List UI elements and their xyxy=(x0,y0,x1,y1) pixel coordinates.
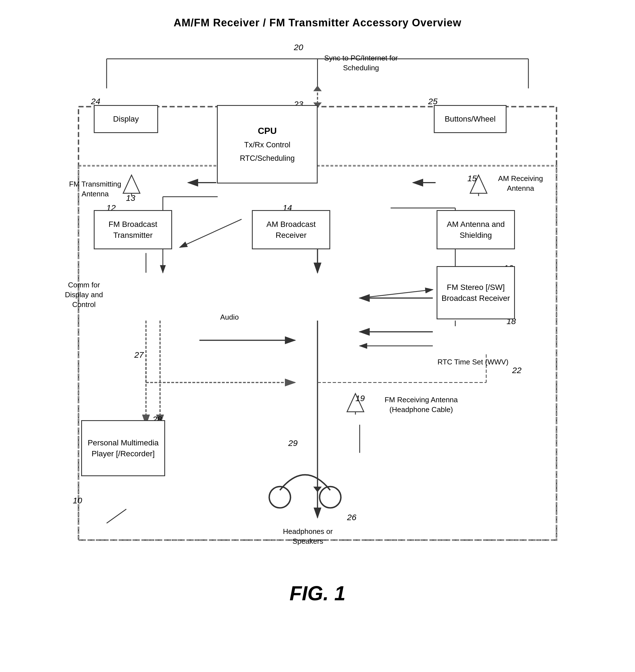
sync-to-pc-label: Sync to PC/Internet for Scheduling xyxy=(319,53,403,73)
svg-marker-10 xyxy=(313,85,322,91)
rtc-time-set-label: RTC Time Set (WWV) xyxy=(431,357,515,367)
svg-line-38 xyxy=(359,290,433,298)
am-antenna-shielding-box: AM Antenna and Shielding xyxy=(437,210,515,249)
ref-29: 29 xyxy=(288,438,298,448)
svg-marker-39 xyxy=(123,175,140,193)
ref-19: 19 xyxy=(355,394,365,403)
fm-transmitting-antenna-label: FM Transmitting Antenna xyxy=(67,179,123,199)
am-broadcast-receiver-box: AM Broadcast Receiver xyxy=(252,210,330,249)
svg-marker-41 xyxy=(470,175,487,193)
ref-26: 26 xyxy=(347,512,356,522)
fm-stereo-receiver-box: FM Stereo [/SW] Broadcast Receiver xyxy=(437,266,515,319)
svg-line-15 xyxy=(180,219,242,247)
cpu-box: CPU Tx/Rx ControlRTC/Scheduling xyxy=(217,105,318,184)
svg-line-35 xyxy=(107,509,126,523)
page-title: AM/FM Receiver / FM Transmitter Accessor… xyxy=(0,0,635,29)
fm-receiving-antenna-label: FM Receiving Antenna (Headphone Cable) xyxy=(372,395,470,415)
ref-25: 25 xyxy=(428,97,437,106)
am-antenna-triangle xyxy=(467,174,490,196)
display-box: Display xyxy=(94,105,158,133)
personal-multimedia-player-box: Personal Multimedia Player [/Recorder] xyxy=(81,420,165,476)
headphones-symbol xyxy=(263,454,347,521)
am-receiving-antenna-label: AM Receiving Antenna xyxy=(490,174,551,193)
ref-24: 24 xyxy=(91,97,100,106)
ref-20: 20 xyxy=(294,43,303,52)
buttons-wheel-box: Buttons/Wheel xyxy=(434,105,507,133)
ref-13: 13 xyxy=(126,193,135,203)
comm-display-control-label: Comm for Display and Control xyxy=(59,280,109,310)
fm-antenna-triangle xyxy=(121,174,143,196)
diagram-container: 20 Sync to PC/Internet for Scheduling 23… xyxy=(50,37,585,616)
fm-broadcast-transmitter-box: FM Broadcast Transmitter xyxy=(94,210,172,249)
ref-10: 10 xyxy=(73,496,82,505)
figure-label: FIG. 1 xyxy=(289,582,345,605)
audio-label: Audio xyxy=(207,312,252,322)
ref-27: 27 xyxy=(134,350,144,360)
headphones-label: Headphones or Speakers xyxy=(269,527,347,546)
ref-22: 22 xyxy=(512,365,521,375)
